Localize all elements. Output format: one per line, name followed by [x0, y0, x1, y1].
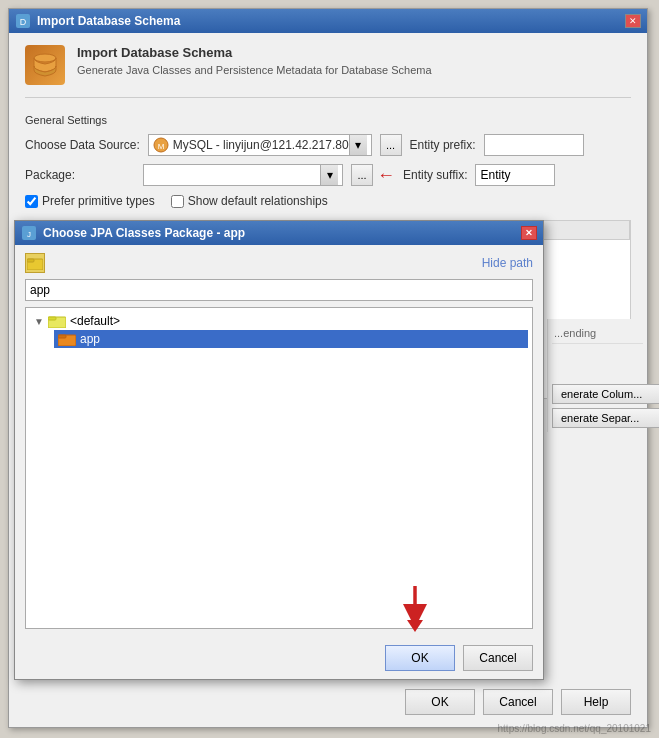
dialog-header-text: Import Database Schema Generate Java Cla… [77, 45, 432, 76]
package-label: Package: [25, 168, 135, 182]
dialog-header-subtitle: Generate Java Classes and Persistence Me… [77, 64, 432, 76]
entity-suffix-label: Entity suffix: [403, 168, 467, 182]
jpa-dialog: J Choose JPA Classes Package - app ✕ Hid… [14, 220, 544, 680]
jpa-content: Hide path app ▼ <default> [15, 245, 543, 679]
package-select[interactable]: ▾ [143, 164, 343, 186]
show-relationships-label: Show default relationships [188, 194, 328, 208]
main-bottom-buttons: OK Cancel Help [405, 689, 631, 715]
main-title-bar: D Import Database Schema ✕ [9, 9, 647, 33]
jpa-buttons: OK Cancel [25, 637, 533, 671]
prefer-primitive-item: Prefer primitive types [25, 194, 155, 208]
entity-suffix-input[interactable]: Entity [475, 164, 555, 186]
jpa-close-btn[interactable]: ✕ [521, 226, 537, 240]
jpa-toolbar-folder-icon [25, 253, 45, 273]
svg-rect-8 [27, 259, 34, 262]
show-relationships-item: Show default relationships [171, 194, 328, 208]
jpa-title-bar: J Choose JPA Classes Package - app ✕ [15, 221, 543, 245]
main-cancel-btn[interactable]: Cancel [483, 689, 553, 715]
tree-label-app: app [80, 332, 100, 346]
entity-prefix-label: Entity prefix: [410, 138, 476, 152]
dialog-header-title: Import Database Schema [77, 45, 432, 60]
tree-item-default[interactable]: ▼ <default> [30, 312, 528, 330]
jpa-search-input[interactable]: app [25, 279, 533, 301]
folder-small-icon [27, 256, 43, 270]
datasource-dropdown-arrow[interactable]: ▾ [349, 135, 367, 155]
tree-arrow-default: ▼ [34, 316, 44, 327]
tree-child-app: app [54, 330, 528, 348]
package-browse-btn[interactable]: ... [351, 164, 373, 186]
tree-item-app[interactable]: app [54, 330, 528, 348]
prefer-primitive-label: Prefer primitive types [42, 194, 155, 208]
database-icon [30, 50, 60, 80]
datasource-browse-btn[interactable]: ... [380, 134, 402, 156]
jpa-cancel-btn[interactable]: Cancel [463, 645, 533, 671]
general-settings-label: General Settings [25, 114, 631, 126]
generate-separate-btn[interactable]: enerate Separ... [552, 408, 659, 428]
dialog-header-icon [25, 45, 65, 85]
package-dropdown-arrow[interactable]: ▾ [320, 165, 338, 185]
title-bar-controls: ✕ [625, 14, 641, 28]
dialog-header: Import Database Schema Generate Java Cla… [25, 45, 631, 98]
svg-text:M: M [157, 142, 164, 151]
red-arrow-right: ← [377, 165, 395, 186]
hide-path-link[interactable]: Hide path [482, 256, 533, 270]
package-row: Package: ▾ ... ← Entity suffix: Entity [25, 164, 631, 186]
watermark: https://blog.csdn.net/qq_20101021 [498, 723, 651, 734]
main-help-btn[interactable]: Help [561, 689, 631, 715]
jpa-title-left: J Choose JPA Classes Package - app [21, 225, 245, 241]
main-ok-btn[interactable]: OK [405, 689, 475, 715]
jpa-dialog-title: Choose JPA Classes Package - app [43, 226, 245, 240]
jpa-ok-btn[interactable]: OK [385, 645, 455, 671]
jpa-tree: ▼ <default> app [25, 307, 533, 629]
datasource-value: MySQL - linyijun@121.42.217.80 [173, 138, 349, 152]
main-dialog-title: Import Database Schema [37, 14, 180, 28]
datasource-row: Choose Data Source: M MySQL - linyijun@1… [25, 134, 631, 156]
folder-app-icon [58, 332, 76, 346]
title-bar-left: D Import Database Schema [15, 13, 180, 29]
entity-prefix-input[interactable] [484, 134, 584, 156]
jpa-title-icon: J [21, 225, 37, 241]
svg-text:D: D [20, 17, 27, 27]
datasource-select[interactable]: M MySQL - linyijun@121.42.217.80 ▾ [148, 134, 372, 156]
jpa-toolbar: Hide path [25, 253, 533, 273]
pending-label: ...ending [552, 323, 643, 344]
db-title-icon: D [15, 13, 31, 29]
show-relationships-checkbox[interactable] [171, 195, 184, 208]
bg-partial-right: ...ending enerate Colum... enerate Separ… [547, 319, 647, 432]
svg-text:J: J [27, 230, 31, 239]
prefer-primitive-checkbox[interactable] [25, 195, 38, 208]
tree-label-default: <default> [70, 314, 120, 328]
svg-rect-10 [48, 317, 56, 320]
svg-point-2 [34, 54, 56, 62]
generate-column-btn[interactable]: enerate Colum... [552, 384, 659, 404]
mysql-icon: M [153, 137, 169, 153]
svg-rect-12 [58, 335, 66, 338]
main-dialog-close-btn[interactable]: ✕ [625, 14, 641, 28]
datasource-label: Choose Data Source: [25, 138, 140, 152]
checkbox-row: Prefer primitive types Show default rela… [25, 194, 631, 208]
folder-open-icon [48, 314, 66, 328]
